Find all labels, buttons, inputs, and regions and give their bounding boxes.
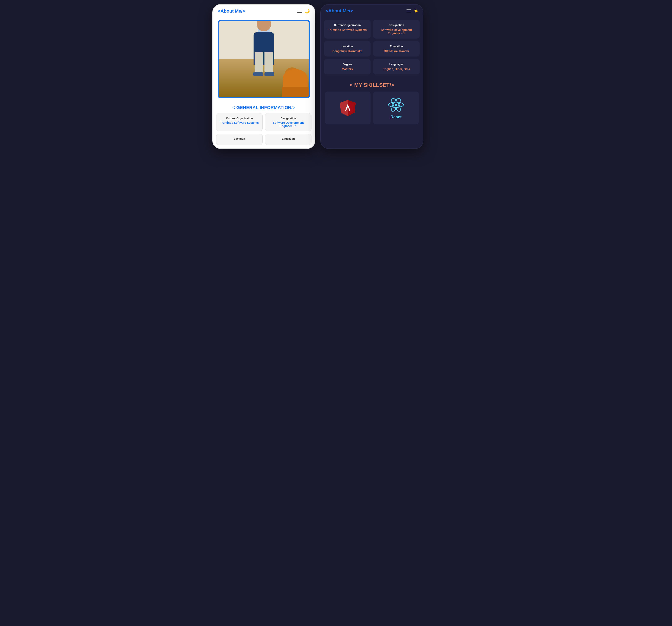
dark-navbar: <About Me/> ☀️ [321,4,423,17]
dark-languages-value: English, Hindi, Odia [376,67,417,71]
angular-icon [339,100,356,116]
designation-value: Software Development Engineer – 1 [268,121,309,127]
dark-education-label: Education [376,45,417,48]
info-card-designation: Designation Software Development Enginee… [265,113,311,131]
dark-content: Current Organization Truminds Software S… [321,17,423,127]
light-logo[interactable]: <About Me/> [218,8,245,14]
skill-card-angular [325,92,370,124]
dark-location-label: Location [327,45,368,48]
dark-menu-icon[interactable] [407,9,411,13]
dark-card-location: Location Bengaluru, Karnataka [324,41,370,56]
profile-photo-frame [218,20,310,98]
person-shoes [253,72,274,76]
info-card-org: Current Organization Truminds Software S… [216,113,263,131]
light-menu-icon[interactable] [297,10,302,13]
org-label: Current Organization [219,117,260,120]
dark-location-value: Bengaluru, Karnataka [327,49,368,53]
info-card-education: Education [265,134,311,145]
dark-card-education: Education BIT Mesra, Ranchi [373,41,420,56]
designation-label: Designation [268,117,309,120]
dark-card-designation: Designation Software Development Enginee… [373,20,420,39]
location-label: Location [219,137,260,140]
skills-grid: React [324,92,420,124]
dark-education-value: BIT Mesra, Ranchi [376,49,417,53]
light-navbar: <About Me/> 🌙 [213,5,315,18]
dark-degree-value: Masters [327,67,368,71]
dark-card-languages: Languages English, Hindi, Odia [373,59,420,74]
light-info-grid: Current Organization Truminds Software S… [213,113,315,148]
dark-card-org: Current Organization Truminds Software S… [324,20,370,39]
profile-photo [219,21,309,97]
light-phone: <About Me/> 🌙 [212,4,315,149]
dark-languages-label: Languages [376,63,417,66]
dark-theme-toggle[interactable]: ☀️ [414,9,418,13]
app-container: <About Me/> 🌙 [212,4,460,149]
photo-chair-front [280,69,309,97]
skillset-title-text: < MY SKILLSET/> [350,82,394,88]
org-value: Truminds Software Systems [219,121,260,124]
skillset-title: < MY SKILLSET/> [324,78,420,92]
person-head [257,21,271,31]
dark-designation-value: Software Development Engineer – 1 [376,28,417,35]
info-card-location: Location [216,134,263,145]
react-logo-wrapper: React [388,96,404,119]
svg-point-8 [395,103,397,106]
react-icon [388,96,404,113]
dark-designation-label: Designation [376,24,417,27]
dark-phone: <About Me/> ☀️ Current Organization Trum… [320,4,424,149]
person-legs [255,52,273,73]
dark-org-value: Truminds Software Systems [327,28,368,31]
general-info-title: < GENERAL INFORMATION/> [213,101,315,113]
dark-logo[interactable]: <About Me/> [326,8,353,14]
education-label: Education [268,137,309,140]
dark-card-degree: Degree Masters [324,59,370,74]
dark-org-label: Current Organization [327,24,368,27]
skill-card-react: React [373,92,419,124]
dark-nav-right: ☀️ [407,9,418,13]
dark-degree-label: Degree [327,63,368,66]
light-nav-right: 🌙 [297,9,310,14]
theme-toggle-icon[interactable]: 🌙 [305,9,310,14]
react-label: React [390,115,402,119]
dark-info-grid: Current Organization Truminds Software S… [324,20,420,74]
